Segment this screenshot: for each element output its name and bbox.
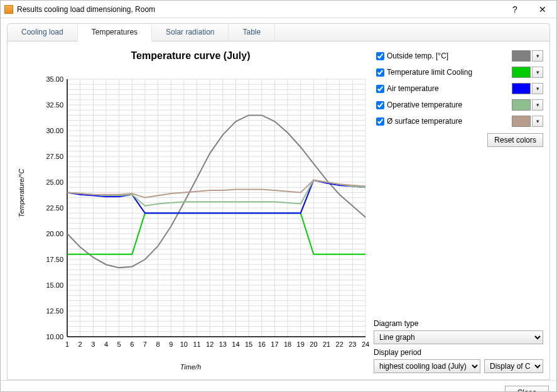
main-panel: Temperature curve (July) Temperature/°C …	[7, 41, 550, 380]
legend-checkbox[interactable]	[376, 117, 384, 126]
legend-checkbox[interactable]	[376, 52, 384, 60]
window-title: Results cooling load dimensioning, Room	[17, 5, 501, 14]
svg-text:25.00: 25.00	[46, 178, 63, 186]
legend-color-dropdown[interactable]: ▾	[532, 99, 543, 111]
display-period-select[interactable]: highest cooling load (July)	[374, 359, 480, 373]
legend-checkbox[interactable]	[376, 68, 384, 77]
svg-text:20: 20	[310, 340, 317, 348]
diagram-type-label: Diagram type	[374, 319, 543, 328]
legend-item: Outside temp. [°C]▾	[374, 48, 543, 64]
dialog-footer: Close	[1, 380, 556, 392]
svg-text:3: 3	[91, 340, 95, 348]
legend-item: Temperature limit Cooling▾	[374, 64, 543, 80]
legend-item: Ø surface temperature▾	[374, 113, 543, 129]
tab-cooling-load[interactable]: Cooling load	[8, 24, 78, 41]
svg-text:12.50: 12.50	[46, 307, 63, 315]
svg-text:10: 10	[180, 340, 188, 348]
svg-text:19: 19	[297, 340, 305, 348]
svg-text:5: 5	[117, 340, 121, 348]
svg-text:27.50: 27.50	[46, 153, 63, 160]
svg-text:32.50: 32.50	[46, 101, 63, 109]
legend-color-dropdown[interactable]: ▾	[532, 116, 543, 127]
chart-area: Temperature curve (July) Temperature/°C …	[14, 48, 367, 373]
legend-checkbox[interactable]	[376, 85, 384, 93]
svg-text:16: 16	[258, 340, 266, 348]
legend-item: Air temperature▾	[374, 80, 543, 97]
legend-checkbox[interactable]	[376, 101, 384, 109]
svg-text:1: 1	[65, 340, 69, 348]
legend: Outside temp. [°C]▾Temperature limit Coo…	[374, 48, 543, 129]
legend-label: Air temperature	[387, 84, 512, 93]
legend-color-dropdown[interactable]: ▾	[532, 83, 543, 94]
svg-text:15: 15	[245, 340, 252, 348]
svg-text:2: 2	[78, 340, 82, 348]
tab-table[interactable]: Table	[229, 24, 275, 41]
svg-text:15.00: 15.00	[46, 281, 63, 289]
svg-text:14: 14	[232, 340, 239, 348]
svg-text:8: 8	[156, 340, 160, 348]
display-mode-select[interactable]: Display of CDD (24h)	[484, 359, 543, 373]
legend-swatch	[512, 116, 531, 127]
svg-text:18: 18	[284, 340, 291, 348]
chart-title: Temperature curve (July)	[14, 50, 367, 62]
side-panel: Outside temp. [°C]▾Temperature limit Coo…	[367, 48, 543, 373]
tab-strip: Cooling load Temperatures Solar radiatio…	[7, 23, 550, 41]
svg-text:9: 9	[169, 340, 173, 348]
svg-text:4: 4	[104, 340, 108, 348]
svg-text:20.00: 20.00	[46, 230, 63, 237]
svg-text:30.00: 30.00	[46, 127, 63, 134]
legend-swatch	[512, 50, 531, 62]
close-button[interactable]: Close	[505, 386, 549, 392]
svg-text:24: 24	[362, 340, 369, 348]
legend-label: Temperature limit Cooling	[387, 68, 512, 77]
legend-color-dropdown[interactable]: ▾	[532, 50, 543, 62]
legend-label: Outside temp. [°C]	[387, 52, 512, 60]
legend-item: Operative temperature▾	[374, 97, 543, 113]
svg-text:22: 22	[336, 340, 343, 348]
svg-text:7: 7	[143, 340, 147, 348]
legend-label: Ø surface temperature	[387, 117, 512, 126]
legend-color-dropdown[interactable]: ▾	[532, 67, 543, 78]
close-window-button[interactable]: ✕	[529, 1, 556, 18]
svg-text:11: 11	[193, 340, 200, 348]
tab-solar-radiation[interactable]: Solar radiation	[152, 24, 229, 41]
help-button[interactable]: ?	[501, 1, 529, 18]
reset-colors-button[interactable]: Reset colors	[487, 133, 543, 147]
tab-temperatures[interactable]: Temperatures	[78, 24, 152, 41]
svg-text:17: 17	[271, 340, 278, 348]
legend-label: Operative temperature	[387, 101, 512, 109]
legend-swatch	[512, 99, 531, 111]
svg-text:35.00: 35.00	[46, 75, 63, 83]
svg-text:13: 13	[219, 340, 227, 348]
svg-text:10.00: 10.00	[46, 333, 63, 340]
legend-swatch	[512, 67, 531, 78]
svg-text:17.50: 17.50	[46, 256, 63, 263]
legend-swatch	[512, 83, 531, 94]
svg-text:6: 6	[130, 340, 134, 348]
title-bar: Results cooling load dimensioning, Room …	[1, 1, 556, 18]
chart-plot: 1234567891011121314151617181920212223241…	[33, 73, 372, 362]
y-axis-label: Temperature/°C	[18, 169, 25, 217]
svg-text:12: 12	[206, 340, 214, 348]
x-axis-label: Time/h	[14, 363, 367, 371]
app-icon	[4, 5, 13, 14]
svg-text:21: 21	[323, 340, 330, 348]
svg-text:22.50: 22.50	[46, 204, 63, 212]
diagram-type-select[interactable]: Line graph	[374, 330, 543, 344]
display-period-label: Display period	[374, 348, 543, 357]
svg-text:23: 23	[349, 340, 356, 348]
